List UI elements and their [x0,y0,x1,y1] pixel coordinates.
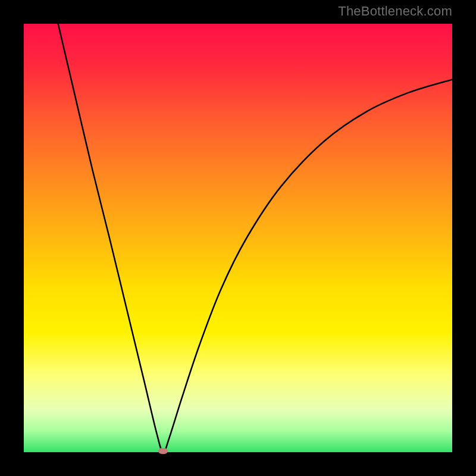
chart-frame: TheBottleneck.com [0,0,476,476]
plot-area [24,24,452,452]
gradient-background [24,24,452,452]
watermark-label: TheBottleneck.com [338,4,452,19]
curve-minimum-marker [158,448,168,454]
